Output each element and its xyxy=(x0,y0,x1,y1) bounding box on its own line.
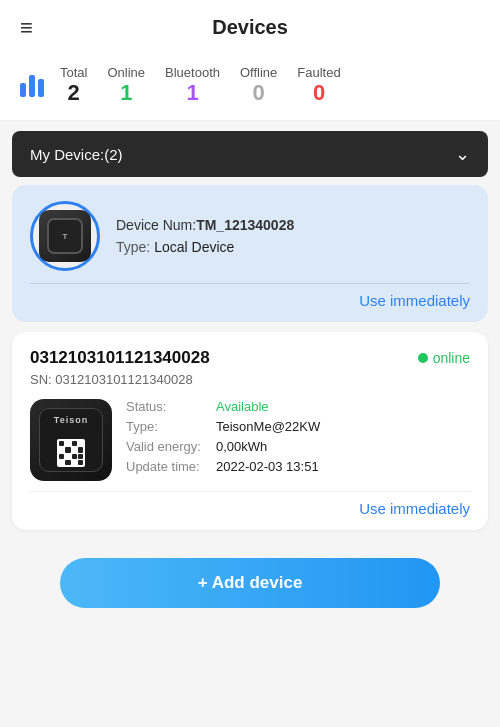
stats-bar: Total 2 Online 1 Bluetooth 1 Offline 0 F… xyxy=(0,55,500,121)
type-label: Type: xyxy=(116,239,150,255)
faulted-label: Faulted xyxy=(297,65,340,80)
device-details: Status: Available Type: TeisonMe@22KW Va… xyxy=(126,399,470,481)
divider2 xyxy=(30,491,470,492)
stat-total: Total 2 xyxy=(60,65,87,106)
update-value: 2022-02-03 13:51 xyxy=(216,459,319,474)
online-label: online xyxy=(433,350,470,366)
thumb-logo: Teison xyxy=(54,415,88,425)
my-device-label: My Device:(2) xyxy=(30,146,123,163)
sn-label: SN: xyxy=(30,372,55,387)
energy-row: Valid energy: 0,00kWh xyxy=(126,439,470,454)
sn-value: 031210310112134002​8 xyxy=(55,372,192,387)
stat-offline: Offline 0 xyxy=(240,65,277,106)
device-box-logo: T xyxy=(63,232,68,241)
device-num-row: Device Num:TM_121340028 xyxy=(116,217,470,233)
offline-value: 0 xyxy=(253,80,265,106)
bar-2 xyxy=(29,75,35,97)
offline-label: Offline xyxy=(240,65,277,80)
type-label: Type: xyxy=(126,419,216,434)
device-num-value: TM_121340028 xyxy=(196,217,294,233)
device-card-local: T Device Num:TM_121340028 Type:Local Dev… xyxy=(12,185,488,322)
bluetooth-value: 1 xyxy=(186,80,198,106)
add-device-wrap: + Add device xyxy=(0,540,500,632)
type-value: TeisonMe@22KW xyxy=(216,419,320,434)
bluetooth-label: Bluetooth xyxy=(165,65,220,80)
use-immediately-button-online[interactable]: Use immediately xyxy=(359,500,470,517)
stat-online: Online 1 xyxy=(107,65,145,106)
status-row: Status: Available xyxy=(126,399,470,414)
update-row: Update time: 2022-02-03 13:51 xyxy=(126,459,470,474)
device-main-id: 031210310112134002​8 xyxy=(30,348,210,368)
bar-3 xyxy=(38,79,44,97)
qr-code-icon xyxy=(57,439,85,467)
device-thumbnail: Teison xyxy=(30,399,112,481)
stat-faulted: Faulted 0 xyxy=(297,65,340,106)
device-sn-row: SN: 031210310112134002​8 xyxy=(30,372,470,387)
type-row: Type: TeisonMe@22KW xyxy=(126,419,470,434)
device-icon-wrapper: T xyxy=(30,201,100,271)
energy-value: 0,00kWh xyxy=(216,439,267,454)
device-type-row: Type:Local Device xyxy=(116,239,470,255)
online-value: 1 xyxy=(120,80,132,106)
bar-1 xyxy=(20,83,26,97)
energy-label: Valid energy: xyxy=(126,439,216,454)
device-box-icon: T xyxy=(39,210,91,262)
header: ≡ Devices xyxy=(0,0,500,55)
online-dot-icon xyxy=(418,353,428,363)
chart-icon xyxy=(20,75,44,97)
add-device-button[interactable]: + Add device xyxy=(60,558,440,608)
total-value: 2 xyxy=(68,80,80,106)
stat-bluetooth: Bluetooth 1 xyxy=(165,65,220,106)
chevron-down-icon: ⌄ xyxy=(455,143,470,165)
status-value: Available xyxy=(216,399,269,414)
faulted-value: 0 xyxy=(313,80,325,106)
menu-icon[interactable]: ≡ xyxy=(20,15,33,41)
update-label: Update time: xyxy=(126,459,216,474)
device-header-row: 031210310112134002​8 online xyxy=(30,348,470,368)
total-label: Total xyxy=(60,65,87,80)
divider xyxy=(30,283,470,284)
device-card-online: 031210310112134002​8 online SN: 03121031… xyxy=(12,332,488,530)
device-num-label: Device Num: xyxy=(116,217,196,233)
device-body-row: Teison Status: Available Type: TeisonMe@… xyxy=(30,399,470,481)
stats-items: Total 2 Online 1 Bluetooth 1 Offline 0 F… xyxy=(60,65,341,106)
type-value: Local Device xyxy=(154,239,234,255)
status-label: Status: xyxy=(126,399,216,414)
my-device-bar[interactable]: My Device:(2) ⌄ xyxy=(12,131,488,177)
use-immediately-button-local[interactable]: Use immediately xyxy=(359,292,470,309)
online-badge: online xyxy=(418,350,470,366)
device-info-local: Device Num:TM_121340028 Type:Local Devic… xyxy=(116,217,470,255)
online-label: Online xyxy=(107,65,145,80)
page-title: Devices xyxy=(212,16,288,39)
